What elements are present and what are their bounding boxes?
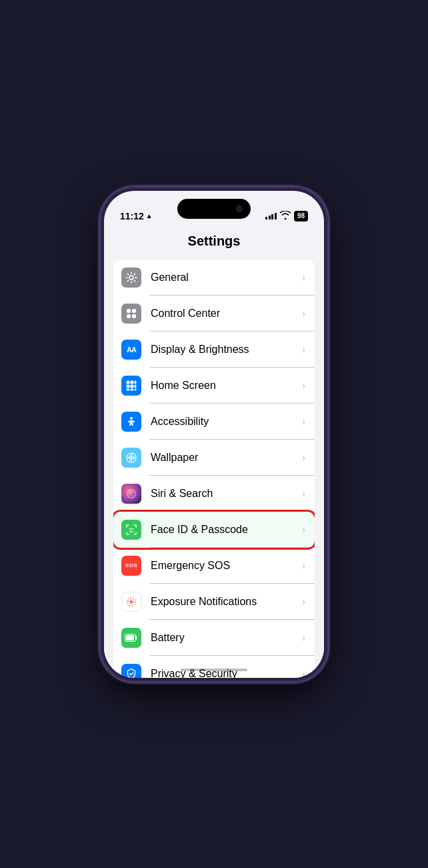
control-center-label: Control Center (151, 308, 302, 320)
svg-point-14 (130, 417, 133, 420)
svg-rect-1 (127, 309, 131, 313)
settings-group-1: General › Control Center › (113, 260, 315, 678)
home-screen-icon (121, 376, 141, 396)
svg-point-19 (130, 600, 133, 603)
settings-row-exposure[interactable]: Exposure Notifications › (113, 584, 315, 620)
svg-rect-9 (131, 384, 134, 388)
signal-bar-1 (265, 217, 267, 220)
control-center-icon (121, 304, 141, 324)
settings-row-control-center[interactable]: Control Center › (113, 296, 315, 332)
battery-chevron: › (302, 632, 305, 643)
svg-rect-10 (135, 384, 137, 388)
battery-icon (121, 628, 141, 648)
exposure-icon (121, 592, 141, 612)
settings-scroll-area[interactable]: Settings General › (104, 226, 324, 678)
time-display: 11:12 (120, 211, 144, 222)
siri-search-label: Siri & Search (151, 488, 302, 500)
battery-label: Battery (151, 632, 302, 644)
svg-rect-23 (126, 635, 134, 640)
settings-row-display-brightness[interactable]: AA Display & Brightness › (113, 332, 315, 368)
phone-screen: 11:12 ▲ 98 (104, 191, 324, 678)
svg-rect-12 (131, 388, 134, 390)
settings-row-privacy[interactable]: Privacy & Security › (113, 656, 315, 678)
svg-rect-5 (127, 380, 130, 384)
home-screen-chevron: › (302, 380, 305, 391)
exposure-label: Exposure Notifications (151, 596, 302, 608)
face-id-icon (121, 520, 141, 540)
settings-row-accessibility[interactable]: Accessibility › (113, 404, 315, 440)
settings-row-face-id[interactable]: Face ID & Passcode › (113, 512, 315, 548)
signal-bar-3 (271, 214, 273, 220)
signal-bar-4 (275, 213, 277, 220)
siri-search-icon (121, 484, 141, 504)
wallpaper-chevron: › (302, 452, 305, 463)
siri-search-chevron: › (302, 488, 305, 499)
battery-indicator: 98 (294, 211, 308, 222)
accessibility-label: Accessibility (151, 416, 302, 428)
svg-point-17 (129, 528, 131, 529)
privacy-chevron: › (302, 669, 305, 678)
general-label: General (151, 272, 302, 284)
home-screen-label: Home Screen (151, 380, 302, 392)
dynamic-island (177, 199, 251, 219)
settings-row-home-screen[interactable]: Home Screen › (113, 368, 315, 404)
settings-row-emergency-sos[interactable]: SOS Emergency SOS › (113, 548, 315, 584)
wallpaper-icon (121, 448, 141, 468)
emergency-sos-label: Emergency SOS (151, 560, 302, 572)
svg-rect-7 (135, 380, 137, 384)
svg-point-18 (133, 528, 134, 529)
location-icon: ▲ (146, 212, 153, 220)
emergency-sos-icon: SOS (121, 556, 141, 576)
svg-rect-4 (132, 314, 136, 318)
face-id-chevron: › (302, 524, 305, 535)
page-title: Settings (104, 226, 324, 260)
settings-row-siri-search[interactable]: Siri & Search › (113, 476, 315, 512)
wifi-icon (280, 211, 291, 222)
svg-rect-11 (127, 388, 130, 390)
settings-row-wallpaper[interactable]: Wallpaper › (113, 440, 315, 476)
signal-strength (265, 213, 277, 220)
face-id-label: Face ID & Passcode (151, 524, 302, 536)
display-brightness-label: Display & Brightness (151, 344, 302, 356)
status-icons: 98 (265, 211, 308, 222)
display-brightness-icon: AA (121, 340, 141, 360)
exposure-chevron: › (302, 596, 305, 607)
control-center-chevron: › (302, 308, 305, 319)
wallpaper-label: Wallpaper (151, 452, 302, 464)
display-brightness-chevron: › (302, 344, 305, 355)
svg-rect-8 (127, 384, 130, 388)
svg-point-0 (129, 276, 133, 280)
svg-rect-6 (131, 380, 134, 384)
status-time: 11:12 ▲ (120, 211, 153, 222)
privacy-icon (121, 664, 141, 678)
emergency-sos-chevron: › (302, 560, 305, 571)
svg-rect-3 (127, 314, 131, 318)
svg-rect-2 (132, 309, 136, 313)
accessibility-chevron: › (302, 416, 305, 427)
general-icon (121, 268, 141, 288)
settings-row-general[interactable]: General › (113, 260, 315, 296)
general-chevron: › (302, 272, 305, 283)
accessibility-icon (121, 412, 141, 432)
home-indicator[interactable] (181, 669, 247, 671)
settings-row-battery[interactable]: Battery › (113, 620, 315, 656)
battery-percentage: 98 (297, 212, 305, 220)
signal-bar-2 (269, 215, 271, 220)
phone-frame: 11:12 ▲ 98 (100, 187, 328, 682)
svg-rect-13 (135, 388, 137, 390)
front-camera (236, 205, 243, 212)
